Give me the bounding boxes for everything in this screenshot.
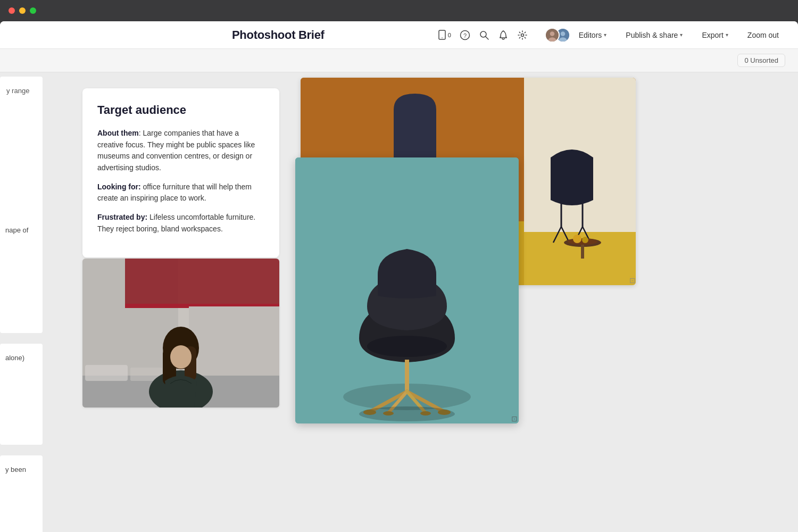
editors-label: Editors [579, 31, 602, 39]
svg-point-44 [367, 336, 447, 357]
about-section: About them: Large companies that have a … [97, 128, 264, 174]
document-title: Photoshoot Brief [232, 28, 325, 42]
device-badge: 0 [448, 32, 451, 38]
svg-text:⊡: ⊡ [629, 276, 636, 285]
help-icon[interactable]: ? [460, 30, 470, 40]
svg-rect-15 [125, 259, 279, 306]
svg-text:⊡: ⊡ [511, 414, 518, 423]
bell-icon[interactable] [498, 30, 509, 40]
zoom-label: Zoom out [747, 31, 779, 39]
header: Photoshoot Brief 0 ? [0, 21, 798, 49]
search-icon[interactable] [479, 30, 489, 40]
avatar-group [545, 28, 566, 43]
person-photo-card [82, 259, 279, 408]
sidebar-text-alone: alone) [5, 352, 37, 364]
svg-rect-19 [85, 365, 128, 381]
editors-button[interactable]: Editors ▾ [572, 28, 613, 43]
sidebar-card-4: y been [0, 455, 43, 532]
header-right: 0 ? [437, 28, 785, 43]
frustrated-label: Frustrated by: [97, 213, 147, 221]
svg-line-5 [486, 37, 488, 39]
svg-point-26 [170, 345, 192, 369]
svg-point-49 [359, 406, 455, 421]
browser-dot-yellow[interactable] [19, 7, 26, 14]
header-title-area: Photoshoot Brief [119, 28, 437, 42]
publish-label: Publish & share [626, 31, 678, 39]
device-icon [437, 30, 447, 40]
about-label: About them [97, 129, 139, 137]
svg-point-11 [560, 31, 565, 36]
export-chevron-icon: ▾ [726, 32, 728, 38]
svg-point-6 [521, 34, 523, 36]
furniture-image-middle: ⊡ [295, 157, 519, 423]
content-card-title: Target audience [97, 103, 264, 117]
person-photo-svg [82, 259, 279, 408]
sidebar-text-nape: nape of [5, 225, 37, 236]
unsorted-badge[interactable]: 0 Unsorted [737, 54, 785, 67]
content-card: Target audience About them: Large compan… [82, 88, 279, 257]
browser-dot-red[interactable] [9, 7, 15, 14]
sidebar-card-3: alone) [0, 344, 43, 445]
looking-label: Looking for: [97, 182, 141, 191]
svg-point-39 [573, 235, 581, 243]
svg-rect-35 [581, 243, 584, 259]
publish-chevron-icon: ▾ [680, 32, 683, 38]
export-label: Export [702, 31, 723, 39]
sidebar-text-been: y been [5, 464, 37, 476]
sidebar-card-2: nape of [0, 216, 43, 333]
frustrated-section: Frustrated by: Lifeless uncomfortable fu… [97, 212, 264, 235]
header-icon-group: 0 ? [437, 30, 528, 40]
svg-text:?: ? [463, 32, 467, 38]
svg-point-4 [480, 31, 486, 37]
sidebar-card-1: y range [0, 77, 43, 236]
editors-chevron-icon: ▾ [604, 32, 606, 38]
device-icon-group[interactable]: 0 [437, 30, 451, 40]
sidebar-text-area: y range nape of alone) y been [0, 72, 45, 532]
looking-section: Looking for: office furniture that will … [97, 181, 264, 204]
publish-button[interactable]: Publish & share ▾ [619, 28, 689, 43]
unsorted-label: 0 Unsorted [744, 56, 778, 64]
zoom-out-button[interactable]: Zoom out [741, 28, 785, 43]
toolbar: 0 Unsorted [0, 49, 798, 72]
avatar-1 [545, 28, 560, 43]
settings-icon[interactable] [517, 30, 528, 40]
svg-point-40 [582, 237, 588, 243]
canvas-area: y range nape of alone) y been [0, 72, 798, 532]
svg-point-8 [550, 31, 554, 36]
sidebar-text-range: y range [6, 85, 36, 97]
app-window: Photoshoot Brief 0 ? [0, 21, 798, 532]
browser-dot-green[interactable] [30, 7, 36, 14]
export-button[interactable]: Export ▾ [695, 28, 734, 43]
